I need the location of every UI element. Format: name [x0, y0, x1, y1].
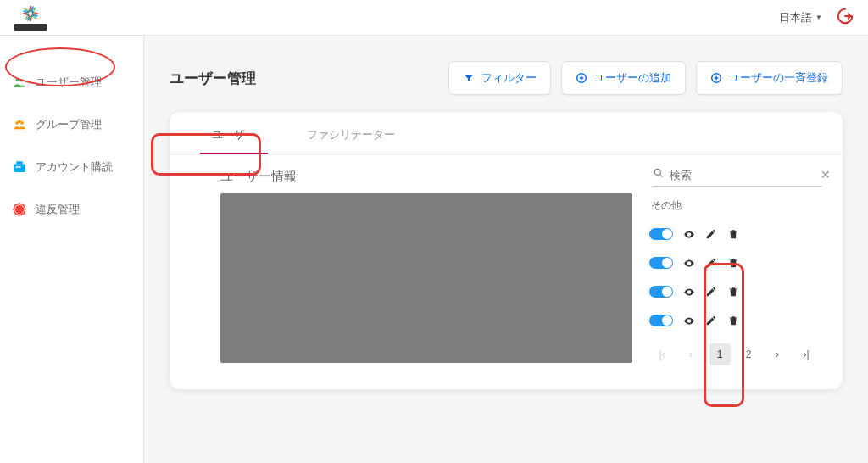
users-icon: [12, 75, 27, 90]
sidebar-item-label: 違反管理: [36, 202, 80, 217]
clear-icon[interactable]: ✕: [817, 168, 834, 181]
logout-icon[interactable]: [836, 7, 854, 29]
sidebar: ユーザー管理 グループ管理 アカウント購読 違反管理: [0, 36, 144, 463]
edit-icon[interactable]: [705, 228, 717, 240]
search-field[interactable]: ✕: [653, 167, 822, 187]
violation-icon: [12, 202, 27, 217]
svg-point-0: [16, 78, 20, 82]
subscription-icon: [12, 159, 27, 175]
active-toggle[interactable]: [649, 228, 673, 240]
table-row: [646, 220, 822, 248]
page-next-icon[interactable]: ›: [766, 343, 788, 365]
app-header: 日本語: [0, 0, 868, 36]
page-last-icon[interactable]: ›|: [795, 343, 817, 365]
plus-circle-icon: [710, 72, 722, 84]
logo-icon: [21, 4, 40, 23]
eye-icon[interactable]: [683, 315, 695, 326]
sidebar-item-subscription[interactable]: アカウント購読: [0, 146, 143, 188]
plus-circle-icon: [576, 72, 587, 84]
eye-icon[interactable]: [683, 228, 695, 240]
active-toggle[interactable]: [649, 286, 673, 298]
main-content: ユーザー管理 フィルター ユーザーの追加: [144, 36, 868, 463]
add-user-label: ユーザーの追加: [594, 70, 671, 86]
edit-icon[interactable]: [705, 286, 717, 298]
edit-icon[interactable]: [705, 257, 717, 269]
sidebar-item-violations[interactable]: 違反管理: [0, 188, 143, 231]
pagination: |‹ ‹ 1 2 › ›|: [646, 335, 822, 369]
tabs: ユーザー ファシリテーター: [170, 112, 843, 155]
user-card: ユーザー ファシリテーター ユーザー情報 ✕: [170, 112, 843, 389]
delete-icon[interactable]: [727, 286, 739, 298]
page-number[interactable]: 1: [709, 343, 731, 365]
search-icon: [653, 167, 665, 182]
user-data-grid-redacted: [220, 193, 632, 363]
page-first-icon[interactable]: |‹: [651, 343, 673, 365]
filter-icon: [463, 72, 475, 84]
table-row: [646, 248, 822, 277]
table-row: [646, 306, 822, 335]
svg-rect-6: [16, 161, 23, 164]
add-user-button[interactable]: ユーザーの追加: [561, 61, 686, 95]
sidebar-item-groups[interactable]: グループ管理: [0, 103, 143, 146]
svg-point-12: [654, 169, 660, 175]
svg-point-8: [16, 206, 24, 214]
svg-point-1: [20, 79, 24, 82]
bulk-register-label: ユーザーの一斉登録: [729, 70, 828, 86]
card-subtitle: ユーザー情報: [220, 169, 297, 185]
sidebar-item-label: グループ管理: [36, 117, 102, 132]
sidebar-item-label: アカウント購読: [36, 159, 113, 175]
svg-point-4: [18, 120, 21, 123]
sidebar-item-users[interactable]: ユーザー管理: [0, 61, 143, 103]
active-toggle[interactable]: [649, 315, 673, 326]
page-number[interactable]: 2: [737, 343, 760, 365]
tab-facilitators[interactable]: ファシリテーター: [281, 112, 420, 154]
page-title: ユーザー管理: [170, 69, 256, 88]
tab-label: ユーザー: [212, 128, 256, 141]
filter-button[interactable]: フィルター: [448, 61, 551, 95]
filter-label: フィルター: [481, 70, 537, 86]
delete-icon[interactable]: [727, 257, 739, 269]
edit-icon[interactable]: [705, 315, 717, 326]
svg-rect-7: [16, 166, 21, 168]
logo-text: [14, 24, 47, 31]
logo: [14, 4, 47, 31]
eye-icon[interactable]: [683, 286, 695, 298]
sidebar-item-label: ユーザー管理: [36, 75, 102, 90]
delete-icon[interactable]: [727, 315, 739, 326]
group-icon: [12, 117, 27, 132]
language-label: 日本語: [779, 10, 812, 25]
other-column-header: その他: [646, 193, 822, 220]
search-input[interactable]: [670, 169, 812, 181]
table-row: [646, 277, 822, 306]
active-toggle[interactable]: [649, 257, 673, 269]
delete-icon[interactable]: [727, 228, 739, 240]
tab-label: ファシリテーター: [307, 128, 395, 141]
language-selector[interactable]: 日本語: [779, 10, 822, 25]
eye-icon[interactable]: [683, 257, 695, 269]
tab-users[interactable]: ユーザー: [186, 112, 281, 154]
svg-rect-5: [14, 164, 25, 172]
bulk-register-button[interactable]: ユーザーの一斉登録: [696, 61, 843, 95]
page-prev-icon[interactable]: ‹: [680, 343, 702, 365]
